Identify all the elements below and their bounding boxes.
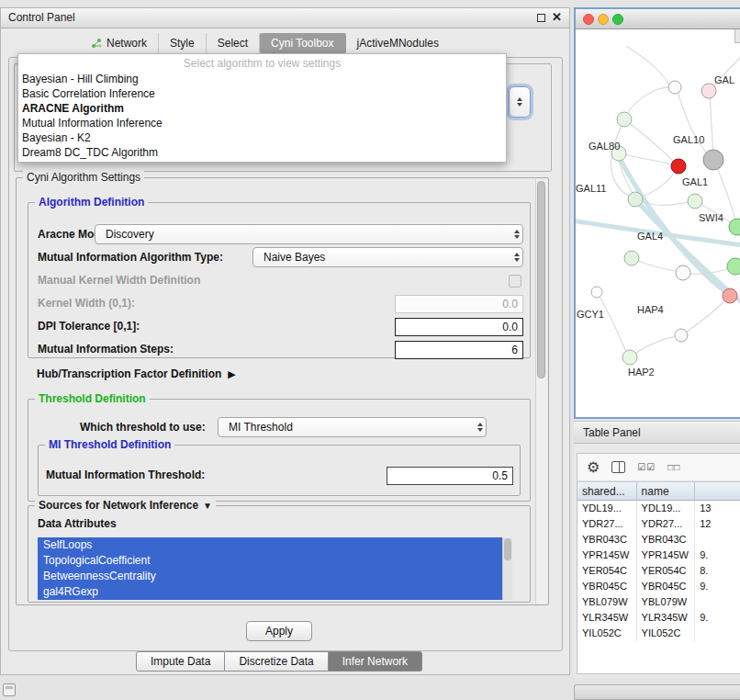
node-label[interactable]: GCY1	[577, 309, 604, 320]
cell[interactable]: YLR345W	[637, 610, 696, 626]
attribute-item-selected[interactable]: TopologicalCoefficient	[38, 553, 502, 569]
cell[interactable]: 13	[695, 501, 740, 516]
table-row[interactable]: YBR043CYBR043C	[577, 532, 740, 548]
settings-scrollbar[interactable]	[535, 179, 547, 604]
network-node[interactable]	[688, 194, 702, 209]
cell[interactable]: YER054C	[577, 563, 637, 579]
network-node[interactable]	[628, 192, 643, 207]
cell[interactable]	[695, 626, 740, 641]
cell[interactable]: YDR27...	[637, 516, 696, 532]
cell[interactable]: YBR043C	[637, 532, 696, 548]
cell[interactable]: 8.	[695, 563, 740, 579]
node-label[interactable]: GAL	[714, 74, 734, 85]
network-node[interactable]	[591, 287, 602, 298]
algorithm-combo-button[interactable]	[509, 86, 531, 118]
network-node[interactable]	[675, 329, 688, 342]
node-label[interactable]: GAL11	[576, 183, 606, 194]
control-panel-titlebar[interactable]: Control Panel ✕	[1, 8, 569, 28]
manual-kernel-checkbox[interactable]	[509, 275, 521, 288]
attributes-scrollbar[interactable]	[502, 537, 512, 600]
network-node[interactable]	[729, 219, 740, 235]
algorithm-option[interactable]: Basic Correlation Inference	[18, 86, 506, 101]
cell[interactable]: 9.	[695, 610, 740, 626]
cell[interactable]: YBR043C	[577, 532, 637, 548]
column-header-name[interactable]: name	[637, 481, 696, 501]
collapsed-panel-bar[interactable]	[574, 684, 740, 700]
tab-cyni-toolbox[interactable]: Cyni Toolbox	[260, 33, 345, 53]
cell[interactable]: 12	[695, 516, 740, 532]
tab-network[interactable]: Network	[80, 33, 159, 53]
table-row[interactable]: YER054CYER054C8.	[577, 563, 740, 579]
zoom-traffic-light-icon[interactable]	[612, 14, 623, 25]
network-node[interactable]	[701, 84, 716, 98]
node-label[interactable]: SWI4	[699, 212, 723, 223]
cell[interactable]: 9.	[695, 579, 740, 594]
network-node[interactable]	[727, 258, 740, 275]
network-node[interactable]	[668, 81, 681, 94]
aracne-mode-select[interactable]: Discovery	[95, 224, 523, 244]
tab-infer-network[interactable]: Infer Network	[329, 651, 422, 672]
cell[interactable]: YBL079W	[577, 594, 637, 610]
tab-select[interactable]: Select	[207, 33, 260, 53]
cell[interactable]: YPR145W	[577, 548, 637, 563]
kernel-width-field[interactable]: 0.0	[395, 295, 523, 313]
cell[interactable]: YDL19...	[577, 501, 637, 516]
close-window-icon[interactable]: ✕	[552, 10, 562, 24]
mi-type-select[interactable]: Naive Bayes	[252, 247, 523, 267]
network-node[interactable]	[723, 288, 737, 303]
cell[interactable]: YPR145W	[637, 548, 696, 563]
algorithm-option-selected[interactable]: ARACNE Algorithm	[18, 101, 506, 116]
table-row[interactable]: YDL19...YDL19...13	[577, 501, 740, 516]
node-label[interactable]: GAL10	[673, 134, 704, 145]
column-header-clipped[interactable]	[695, 481, 740, 501]
cell[interactable]: YDL19...	[637, 501, 696, 516]
tab-impute-data[interactable]: Impute Data	[136, 651, 225, 672]
network-window-titlebar[interactable]	[576, 9, 740, 29]
network-node[interactable]	[676, 265, 690, 280]
network-node[interactable]	[617, 112, 632, 127]
network-canvas[interactable]: GAL80 GAL10 GAL11 GAL1 SWI4 GAL4 GCY1 HA…	[576, 29, 740, 417]
sources-toggle[interactable]: Sources for Network Inference▼	[35, 499, 216, 512]
attribute-item-selected[interactable]: gal4RGexp	[38, 584, 502, 600]
deselect-columns-icon[interactable]: □□	[667, 462, 680, 472]
table-row[interactable]: YPR145WYPR145W9.	[577, 548, 740, 563]
algorithm-option[interactable]: Bayesian - K2	[18, 130, 506, 145]
cell[interactable]: 9.	[695, 548, 740, 563]
float-window-icon[interactable]	[537, 14, 545, 22]
column-header-shared-name[interactable]: shared...	[577, 481, 637, 501]
algorithm-option[interactable]: Mutual Information Inference	[18, 116, 506, 130]
node-label[interactable]: HAP2	[628, 367, 655, 378]
node-label[interactable]: GAL4	[637, 231, 663, 242]
table-row[interactable]: YBR045CYBR045C9.	[577, 579, 740, 594]
columns-icon[interactable]	[611, 461, 625, 473]
attribute-item-selected[interactable]: SelfLoops	[38, 537, 502, 553]
table-settings-gear-icon[interactable]: ⚙	[587, 460, 600, 475]
cell[interactable]: YER054C	[637, 563, 696, 579]
algorithm-option[interactable]: Dream8 DC_TDC Algorithm	[18, 145, 506, 160]
network-node-gray[interactable]	[703, 150, 723, 170]
cell[interactable]: YBR045C	[637, 579, 696, 594]
cell[interactable]	[695, 594, 740, 610]
mi-threshold-field[interactable]: 0.5	[387, 467, 513, 485]
close-traffic-light-icon[interactable]	[583, 14, 594, 25]
minimize-traffic-light-icon[interactable]	[598, 14, 609, 25]
network-node[interactable]	[624, 251, 639, 265]
table-row[interactable]: YDR27...YDR27...12	[577, 516, 740, 532]
hub-definition-toggle[interactable]: Hub/Transcription Factor Definition ▶	[37, 367, 236, 380]
node-label[interactable]: GAL80	[589, 141, 620, 152]
cell[interactable]: YDR27...	[577, 516, 637, 532]
cell[interactable]: YBL079W	[637, 594, 696, 610]
attributes-scrollbar-thumb[interactable]	[504, 538, 511, 560]
network-node-red[interactable]	[671, 159, 686, 174]
node-label[interactable]: GAL1	[682, 176, 708, 187]
cell[interactable]: YIL052C	[637, 626, 696, 641]
cell[interactable]: YLR345W	[577, 610, 637, 626]
network-node[interactable]	[622, 350, 637, 365]
node-label[interactable]: HAP4	[637, 304, 664, 315]
apply-button[interactable]: Apply	[246, 621, 312, 641]
panel-corner-icon[interactable]	[3, 683, 16, 696]
attribute-item-selected[interactable]: BetweennessCentrality	[38, 569, 502, 584]
mi-steps-field[interactable]: 6	[395, 341, 523, 359]
table-row[interactable]: YBL079WYBL079W	[577, 594, 740, 610]
settings-scrollbar-thumb[interactable]	[537, 181, 545, 378]
